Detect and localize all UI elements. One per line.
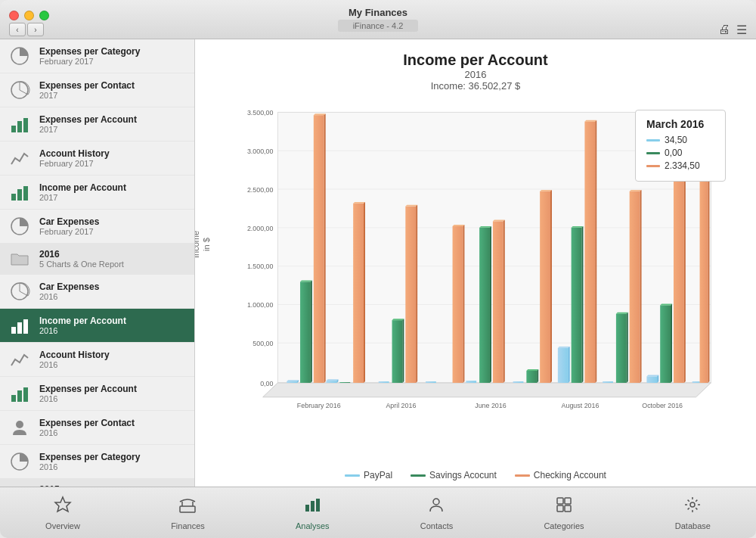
svg-marker-51 <box>327 379 339 381</box>
tab-finances[interactable]: Finances <box>156 493 220 533</box>
sidebar-item-group-2015[interactable]: 2015 5 Charts & One Report <box>0 479 194 487</box>
sidebar-title-expenses-cat-2016: Expenses per Category <box>39 452 140 462</box>
svg-rect-114 <box>311 501 314 512</box>
sidebar-item-account-history-2016[interactable]: Account History 2016 <box>0 343 194 377</box>
legend-box: March 2016 34,500,002.334,50 <box>635 110 726 182</box>
svg-rect-113 <box>305 505 309 512</box>
svg-rect-47 <box>314 115 324 383</box>
legend-item-0: 34,50 <box>646 135 714 145</box>
sidebar-item-account-history-1[interactable]: Account History February 2017 <box>0 141 194 176</box>
bottom-legend-item-1: Savings Acocunt <box>411 470 497 480</box>
svg-rect-82 <box>558 348 569 383</box>
svg-marker-87 <box>581 226 583 383</box>
sidebar-icon-car-expenses-2016 <box>8 279 32 303</box>
svg-rect-118 <box>565 498 571 504</box>
svg-text:3.500,00: 3.500,00 <box>247 109 274 117</box>
svg-rect-85 <box>572 228 582 383</box>
sidebar-icon-expenses-cat-1 <box>8 44 32 68</box>
window-title: My Finances <box>349 7 407 18</box>
svg-rect-54 <box>353 204 364 383</box>
svg-marker-48 <box>314 114 326 115</box>
sidebar-title-car-expenses-1: Car Expenses <box>39 216 99 227</box>
svg-rect-15 <box>23 387 28 402</box>
back-button[interactable]: ‹ <box>9 23 26 36</box>
legend-title: March 2016 <box>646 118 714 130</box>
sidebar-item-income-account-2016[interactable]: Income per Account 2016 <box>0 309 194 343</box>
sidebar-subtitle-expenses-cat-2016: 2016 <box>39 462 140 471</box>
close-button[interactable] <box>9 11 19 20</box>
svg-text:500,00: 500,00 <box>253 340 273 347</box>
svg-rect-88 <box>584 122 595 383</box>
sidebar-icon-expenses-account-1 <box>8 112 32 136</box>
svg-rect-69 <box>479 228 490 383</box>
svg-rect-14 <box>17 390 22 402</box>
sidebar-title-expenses-account-1: Expenses per Account <box>39 114 137 125</box>
svg-rect-50 <box>327 381 337 383</box>
sidebar-icon-income-account-2016 <box>8 313 32 337</box>
sidebar-item-income-account-1[interactable]: Income per Account 2017 <box>0 176 194 210</box>
sidebar-item-expenses-contact-2016[interactable]: Expenses per Contact 2016 <box>0 411 194 445</box>
sidebar-title-car-expenses-2016: Car Expenses <box>39 281 99 292</box>
minimize-button[interactable] <box>24 11 34 20</box>
svg-rect-95 <box>630 191 640 383</box>
sidebar-item-expenses-cat-2016[interactable]: Expenses per Category 2016 <box>0 445 194 479</box>
svg-rect-76 <box>526 371 537 383</box>
forward-button[interactable]: › <box>27 23 44 36</box>
svg-text:0,00: 0,00 <box>260 380 273 387</box>
svg-text:1.000,00: 1.000,00 <box>247 301 274 309</box>
svg-rect-13 <box>11 395 16 402</box>
sidebar-item-expenses-account-2016[interactable]: Expenses per Account 2016 <box>0 377 194 411</box>
sidebar-icon-expenses-contact-2016 <box>8 415 32 440</box>
svg-marker-86 <box>572 226 584 228</box>
sidebar-item-car-expenses-1[interactable]: Car Expenses February 2017 <box>0 210 194 244</box>
svg-point-16 <box>16 421 23 428</box>
tab-label-finances: Finances <box>171 521 205 530</box>
tab-icon-finances <box>178 496 197 518</box>
svg-marker-99 <box>646 375 658 377</box>
list-icon[interactable]: ☰ <box>736 23 747 37</box>
print-icon[interactable]: 🖨 <box>718 23 730 37</box>
sidebar-item-expenses-contact-1[interactable]: Expenses per Contact 2017 <box>0 73 194 107</box>
svg-marker-62 <box>405 205 417 207</box>
tab-contacts[interactable]: Contacts <box>405 493 468 533</box>
sidebar-subtitle-car-expenses-1: February 2017 <box>39 227 99 236</box>
svg-text:3.000,00: 3.000,00 <box>247 148 274 155</box>
svg-rect-10 <box>11 327 16 334</box>
svg-rect-72 <box>493 221 503 383</box>
window-controls <box>9 11 49 20</box>
svg-rect-92 <box>616 314 627 383</box>
tab-icon-overview <box>54 496 72 518</box>
svg-rect-115 <box>316 499 320 512</box>
svg-marker-74 <box>503 219 505 382</box>
tab-label-categories: Categories <box>544 521 584 530</box>
tab-database[interactable]: Database <box>660 493 726 533</box>
svg-marker-71 <box>490 226 491 383</box>
sidebar-icon-account-history-2016 <box>8 347 32 372</box>
tab-analyses[interactable]: Analyses <box>280 493 345 533</box>
chart-title: Income per Account <box>210 51 741 69</box>
tab-overview[interactable]: Overview <box>30 493 95 533</box>
svg-rect-91 <box>603 381 613 383</box>
svg-point-116 <box>433 499 439 505</box>
tab-label-overview: Overview <box>45 521 80 530</box>
sidebar-item-expenses-account-1[interactable]: Expenses per Account 2017 <box>0 107 194 141</box>
svg-marker-67 <box>463 225 464 383</box>
svg-rect-4 <box>23 118 28 132</box>
svg-marker-90 <box>595 120 596 383</box>
sidebar-item-group-2016[interactable]: 2016 5 Charts & One Report <box>0 244 194 275</box>
svg-rect-2 <box>11 126 16 132</box>
maximize-button[interactable] <box>39 11 49 20</box>
y-axis-label: Incomein $ <box>195 231 212 258</box>
sidebar-item-car-expenses-2016[interactable]: Car Expenses 2016 <box>0 275 194 309</box>
tab-categories[interactable]: Categories <box>528 493 599 533</box>
sidebar-item-expenses-cat-1[interactable]: Expenses per Category February 2017 <box>0 39 194 73</box>
sidebar-subtitle-account-history-2016: 2016 <box>39 360 110 369</box>
sidebar-title-account-history-2016: Account History <box>39 350 110 360</box>
bottom-tabs: Overview Finances Analyses Contacts Cate… <box>0 487 756 538</box>
bottom-legend-item-2: Checking Account <box>515 470 606 480</box>
svg-point-121 <box>690 502 695 507</box>
sidebar-title-expenses-contact-1: Expenses per Contact <box>39 80 135 91</box>
svg-rect-65 <box>453 226 463 383</box>
chart-area: Income per Account 2016 Income: 36.502,2… <box>195 39 756 487</box>
chart-income: Income: 36.502,27 $ <box>210 80 741 92</box>
